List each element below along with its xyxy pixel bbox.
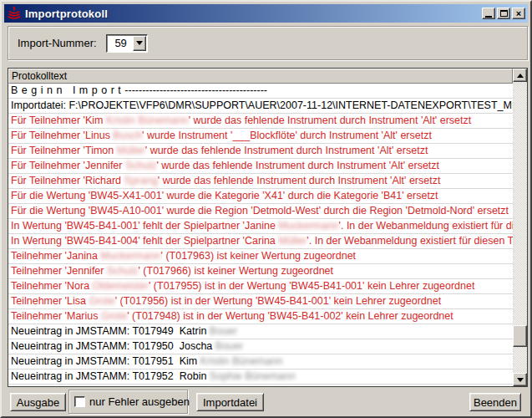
list-item[interactable]: Neueintrag in JMSTAMM: T017952 Robin Sop… (8, 370, 513, 385)
protocol-list: Protokolltext Beginn Import-------------… (8, 68, 528, 387)
list-item[interactable]: Für Teilnehmer 'Jennifer Schulz' wurde d… (8, 159, 513, 174)
redacted-name: Bouer (210, 325, 237, 337)
redacted-name: Sprang (124, 175, 158, 186)
minimize-button[interactable] (482, 8, 495, 19)
log-text: ' (T017956) ist in der Wertung 'BW45-B41… (115, 295, 441, 307)
list-item[interactable]: Für Teilnehmer 'Richard Sprang' wurde da… (8, 174, 513, 189)
log-text: ' (T017948) ist in der Wertung 'BW45-B41… (127, 310, 453, 322)
importdatei-button[interactable]: Importdatei (196, 393, 264, 411)
log-text: Importdatei: F:\PROJEKTE\VFP6\DMR\SUPPOR… (11, 99, 513, 111)
list-item[interactable]: Neueintrag in JMSTAMM: T017949 Katrin Bo… (8, 324, 513, 339)
log-text: Teilnehmer 'Nora (11, 280, 93, 292)
redacted-name: Oldemeister (93, 280, 149, 292)
log-text: In Wertung 'BW45-B41-004' fehlt der Spie… (11, 235, 278, 247)
importprotokoll-window: Importprotokoll × Import-Nummer: 59 Prot… (0, 0, 532, 418)
log-text: In Wertung 'BW45-B41-001' fehlt der Spie… (11, 220, 278, 232)
log-text: Teilnehmer 'Jennifer (11, 265, 107, 277)
maximize-icon (500, 10, 508, 17)
log-text: '. In der Webanmeldung existiert für die… (339, 220, 513, 232)
log-text: '. In der Webanmeldung existiert für die… (307, 235, 513, 247)
log-text: Neueintrag in JMSTAMM: T017951 Kim (11, 355, 200, 367)
log-text: Für Teilnehmer 'Richard (11, 175, 124, 186)
redacted-name: Schulz (107, 265, 139, 277)
list-item[interactable]: In Wertung 'BW45-B41-001' fehlt der Spie… (8, 219, 513, 234)
vertical-scrollbar[interactable] (513, 69, 527, 386)
combo-dropdown-button[interactable] (133, 36, 146, 51)
log-text: ' (T017963) ist keiner Wertung zugeordne… (161, 250, 357, 262)
redacted-name: Kristin Bünemann (200, 355, 283, 367)
log-text: Für die Wertung 'BW45-X41-001' wurde die… (11, 190, 438, 201)
log-text: Neueintrag in JMSTAMM: T017949 Katrin (11, 325, 210, 337)
list-item[interactable]: Teilnehmer 'Lisa Grote' (T017956) ist in… (8, 294, 513, 309)
log-text: Teilnehmer 'Janina (11, 250, 100, 262)
log-text: Beginn Import (11, 84, 124, 96)
window-title: Importprotokoll (25, 8, 482, 20)
list-item[interactable]: Für Teilnehmer 'Linus Busch' wurde Instr… (8, 129, 513, 144)
import-number-select[interactable]: 59 (106, 34, 148, 53)
log-text: Teilnehmer 'Marius (11, 310, 101, 322)
log-text: Neueintrag in JMSTAMM: T017952 Robin (11, 370, 210, 382)
list-column-header[interactable]: Protokolltext (8, 69, 513, 84)
log-text: Für Teilnehmer 'Jennifer (11, 160, 125, 171)
list-item[interactable]: Für Teilnehmer 'Timon Müller' wurde das … (8, 144, 513, 159)
log-text: ' wurde Instrument '___Blockflöte' durch… (142, 130, 432, 141)
redacted-name: Grote (101, 310, 127, 322)
log-text: ' wurde das fehlende Instrument durch In… (158, 175, 441, 186)
import-number-label: Import-Nummer: (18, 37, 97, 49)
list-item[interactable]: Neueintrag in JMSTAMM: T017950 Joscha Bo… (8, 339, 513, 354)
log-text: Für Teilnehmer 'Kim (11, 115, 106, 126)
log-rows: Beginn Import---------------------------… (8, 84, 513, 386)
minimize-icon (485, 16, 492, 18)
scroll-down-button[interactable] (513, 373, 527, 386)
redacted-name: Muckermann (278, 220, 338, 232)
redacted-name: Busch (113, 130, 142, 141)
list-item[interactable]: Beginn Import---------------------------… (8, 84, 513, 99)
ausgabe-button[interactable]: Ausgabe (10, 393, 66, 411)
redacted-name: Müller (278, 235, 307, 247)
scroll-up-button[interactable] (513, 69, 527, 82)
scrollbar-thumb[interactable] (513, 325, 527, 347)
close-button[interactable]: × (512, 8, 525, 19)
list-item[interactable]: Neueintrag in JMSTAMM: T017951 Kim Krist… (8, 354, 513, 370)
list-item[interactable]: Teilnehmer 'Marius Grote' (T017948) ist … (8, 309, 513, 324)
maximize-button[interactable] (497, 8, 510, 19)
list-item[interactable]: Für die Wertung 'BW45-X41-001' wurde die… (8, 189, 513, 204)
beenden-button[interactable]: Beenden (469, 393, 521, 411)
log-text: ' wurde das fehlende Instrument durch In… (189, 115, 472, 126)
log-text: ----------------------------------------… (124, 84, 267, 96)
close-icon: × (516, 9, 521, 18)
filter-checkbox-frame: nur Fehler ausgeben (68, 390, 188, 414)
chevron-down-icon (136, 41, 143, 45)
nur-fehler-checkbox[interactable] (74, 396, 85, 407)
scroll-down-icon (517, 378, 524, 382)
import-number-panel: Import-Nummer: 59 (8, 26, 528, 60)
titlebar-buttons: × (482, 8, 525, 19)
log-text: Für Teilnehmer 'Linus (11, 130, 113, 141)
redacted-name: Grote (89, 295, 114, 307)
redacted-name: Müller (117, 145, 145, 156)
title-bar[interactable]: Importprotokoll × (4, 4, 528, 23)
log-text: Für die Wertung 'BW45-A10-001' wurde die… (11, 205, 509, 217)
log-text: Neueintrag in JMSTAMM: T017950 Joscha (11, 340, 215, 352)
log-text: ' (T017955) ist in der Wertung 'BW45-B41… (149, 280, 474, 292)
list-item[interactable]: In Wertung 'BW45-B41-004' fehlt der Spie… (8, 234, 513, 249)
nur-fehler-label: nur Fehler ausgeben (89, 395, 190, 408)
java-coffee-cup-icon (7, 6, 22, 21)
redacted-name: Muckermann (100, 250, 160, 262)
log-text: ' (T017966) ist keiner Wertung zugeordne… (138, 265, 333, 277)
list-item[interactable]: Importdatei: F:\PROJEKTE\VFP6\DMR\SUPPOR… (8, 99, 513, 114)
scroll-up-icon (517, 74, 524, 78)
list-item[interactable]: Teilnehmer 'Nora Oldemeister' (T017955) … (8, 279, 513, 294)
log-text: Für Teilnehmer 'Timon (11, 145, 117, 156)
redacted-name: Sophie Bünemann (210, 370, 296, 382)
list-item[interactable]: Für die Wertung 'BW45-A10-001' wurde die… (8, 204, 513, 219)
list-item[interactable]: Teilnehmer 'Jennifer Schulz' (T017966) i… (8, 264, 513, 279)
list-item[interactable]: Für Teilnehmer 'Kim Kristin Bünemann' wu… (8, 114, 513, 129)
redacted-name: Schulz (125, 160, 157, 171)
list-item[interactable]: Teilnehmer 'Janina Muckermann' (T017963)… (8, 249, 513, 264)
redacted-name: Kristin Bünemann (106, 115, 189, 126)
redacted-name: Bouer (215, 340, 243, 352)
log-text: ' wurde das fehlende Instrument durch In… (145, 145, 428, 156)
log-text: Teilnehmer 'Lisa (11, 295, 89, 307)
log-text: ' wurde das fehlende Instrument durch In… (156, 160, 439, 171)
